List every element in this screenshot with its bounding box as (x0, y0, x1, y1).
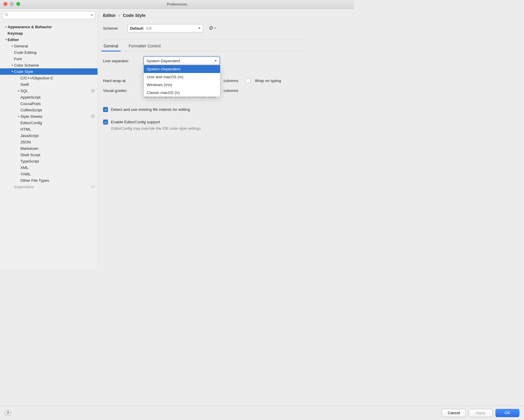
tree-item[interactable]: JSON (0, 139, 98, 145)
columns-label-1: columns (224, 79, 238, 83)
line-separator-dropdown: System-DependentUnix and macOS (\n)Windo… (144, 65, 220, 97)
sidebar: Appearance & BehaviorKeymapEditorGeneral… (0, 9, 98, 269)
tree-item[interactable]: Code Editing (0, 49, 98, 56)
tree-item[interactable]: AppleScript (0, 94, 98, 100)
tree-item[interactable]: CoffeeScript (0, 107, 98, 113)
tree-item[interactable]: SQL (0, 88, 98, 94)
tree-item[interactable]: EditorConfig (0, 120, 98, 126)
search-drop-icon[interactable] (91, 15, 93, 16)
tree-item[interactable]: CocoaPods (0, 100, 98, 107)
dropdown-option[interactable]: Unix and macOS (\n) (144, 73, 220, 81)
scheme-row: Scheme: Default IDE (103, 24, 348, 32)
tree-item[interactable]: JavaScript (0, 132, 98, 139)
gear-icon (208, 25, 214, 31)
scope-badge-icon (91, 89, 95, 92)
tree-item[interactable]: Font (0, 56, 98, 62)
sidebar-search[interactable] (2, 11, 95, 19)
tree-item-label: EditorConfig (20, 121, 42, 125)
line-separator-select[interactable]: System-Dependent System-DependentUnix an… (144, 57, 219, 65)
divider (103, 39, 304, 40)
editorconfig-label: Enable EditorConfig support (111, 120, 160, 124)
tree-item-label: CocoaPods (20, 102, 41, 106)
tree-item[interactable]: HTML (0, 126, 98, 132)
scope-badge-icon (91, 185, 95, 188)
wrap-on-typing-row: Wrap on typing (246, 78, 281, 83)
tree-item[interactable]: Shell Script (0, 152, 98, 158)
tree-item[interactable]: Editor (0, 36, 98, 43)
tree-item-label: Shell Script (20, 153, 40, 157)
sidebar-search-wrap (0, 9, 98, 22)
tree-item[interactable]: Style Sheets (0, 113, 98, 120)
chevron-right-icon (17, 90, 20, 92)
tree-item[interactable]: YAML (0, 171, 98, 177)
chevron-right-icon (10, 64, 14, 67)
breadcrumb: Editor › Code Style (103, 13, 348, 18)
tree-item-label: Editor (8, 38, 19, 42)
tab[interactable]: Formatter Control (128, 44, 161, 51)
scope-badge-icon (91, 115, 95, 118)
tree-item-label: Keymap (8, 31, 23, 35)
tree-item[interactable]: Code Style (0, 68, 98, 75)
window-titlebar: Preferences (0, 0, 354, 9)
tree-item-label: CoffeeScript (20, 108, 42, 112)
columns-label-2: columns (224, 88, 238, 93)
line-separator-value: System-Dependent (146, 59, 180, 63)
scheme-select[interactable]: Default IDE (128, 24, 203, 32)
tree-item[interactable]: Other File Types (0, 177, 98, 184)
chevron-right-icon (4, 26, 8, 28)
tree-item-label: Swift (20, 82, 29, 87)
editorconfig-checkbox[interactable] (103, 120, 108, 124)
tree-item[interactable]: C/C++/Objective-C (0, 75, 98, 81)
tree-item-label: TypeScript (20, 159, 39, 163)
tab[interactable]: General (103, 44, 119, 51)
tree-item[interactable]: XML (0, 164, 98, 171)
dropdown-option[interactable]: Classic macOS (\r) (144, 89, 220, 97)
chevron-down-icon (10, 70, 14, 73)
dropdown-option[interactable]: System-Dependent (144, 65, 220, 73)
detect-indent-label: Detect and use existing file indents for… (111, 107, 190, 112)
line-separator-label: Line separator: (103, 59, 140, 63)
tree-item[interactable]: TypeScript (0, 158, 98, 164)
close-window-button[interactable] (3, 2, 7, 6)
search-input[interactable] (10, 13, 91, 17)
svg-point-0 (5, 13, 7, 15)
window-controls (3, 2, 20, 6)
line-separator-row: Line separator: System-Dependent System-… (103, 57, 348, 65)
tree-item[interactable]: Appearance & Behavior (0, 24, 98, 30)
editorconfig-hint: EditorConfig may override the IDE code s… (111, 126, 348, 131)
svg-line-1 (7, 15, 8, 16)
tree-item-label: Style Sheets (20, 114, 43, 119)
scheme-actions-button[interactable] (208, 25, 216, 31)
tree-item[interactable]: Keymap (0, 30, 98, 36)
tab-bar: GeneralFormatter Control (103, 44, 348, 51)
tree-item[interactable]: Inspections (0, 184, 98, 190)
tree-item[interactable]: Color Scheme (0, 62, 98, 68)
visual-guides-row: Visual guides: columns (103, 88, 348, 93)
detect-indent-row: Detect and use existing file indents for… (103, 107, 348, 112)
scheme-value: Default (130, 26, 144, 31)
chevron-down-icon (214, 28, 216, 29)
tree-item-label: Font (14, 57, 22, 61)
tree-item-label: C/C++/Objective-C (20, 76, 53, 80)
tree-item[interactable]: Markdown (0, 145, 98, 152)
wrap-on-typing-checkbox[interactable] (246, 78, 251, 83)
maximize-window-button[interactable] (16, 2, 20, 6)
chevron-right-icon: › (118, 13, 120, 18)
tree-item-label: Inspections (14, 185, 34, 189)
tree-item-label: Code Style (14, 70, 33, 74)
tree-item-label: General (14, 44, 28, 48)
tree-item-label: JSON (20, 140, 31, 144)
detect-indent-checkbox[interactable] (103, 107, 108, 112)
tree-item-label: Color Scheme (14, 63, 39, 67)
tree-item-label: AppleScript (20, 95, 40, 99)
tree-item[interactable]: Swift (0, 81, 98, 88)
tree-item-label: JavaScript (20, 134, 39, 138)
breadcrumb-page: Code Style (123, 13, 146, 18)
tree-item[interactable]: General (0, 43, 98, 49)
chevron-down-icon (198, 28, 201, 29)
minimize-window-button[interactable] (10, 2, 14, 6)
tree-item-label: Code Editing (14, 50, 36, 55)
chevron-right-icon (10, 45, 14, 47)
dropdown-option[interactable]: Windows (\r\n) (144, 81, 220, 89)
breadcrumb-section[interactable]: Editor (103, 13, 116, 18)
